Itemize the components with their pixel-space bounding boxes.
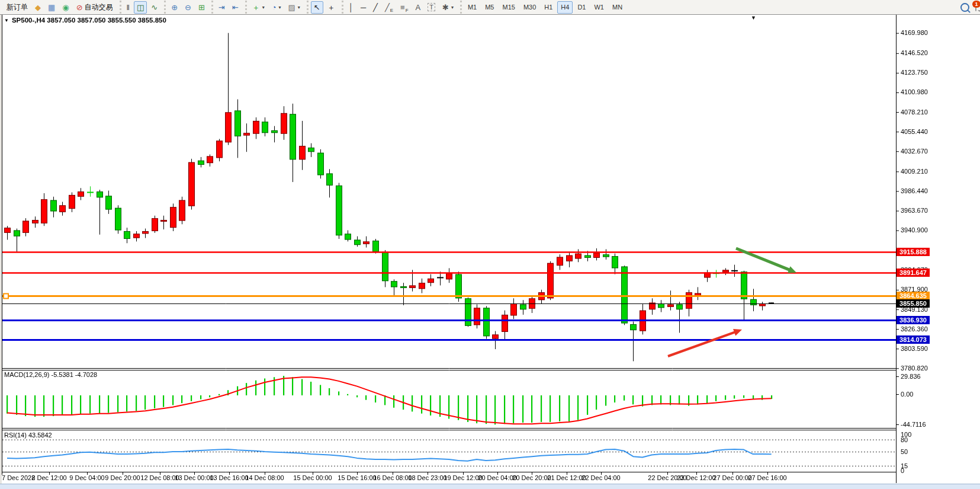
zoom-in-button[interactable]: ⊕ — [168, 1, 181, 14]
market-watch-button[interactable]: ◆ — [32, 1, 44, 14]
new-order-button-label: 新订单 — [7, 2, 28, 12]
main-toolbar: 新订单◆▦◉⊘自动交易‖◫∿⊕⊖⊞⇥⇤＋▾◔▾▨▾↖＋│─╱╱E≡FAT✱▾M1… — [0, 0, 980, 15]
crosshair-button[interactable]: ＋ — [324, 1, 338, 14]
periods-button[interactable]: ◔▾ — [269, 1, 284, 14]
timeframe-m1[interactable]: M1 — [464, 1, 480, 14]
bar-chart-button[interactable]: ‖ — [124, 1, 133, 14]
tile-windows-icon: ⊞ — [198, 4, 205, 11]
cursor-button[interactable]: ↖ — [311, 1, 323, 14]
data-window-icon: ▦ — [48, 4, 55, 11]
chart-shift-button[interactable]: ⇤ — [229, 1, 242, 14]
chat-badge: 1 — [972, 1, 980, 8]
bar-chart-icon: ‖ — [127, 4, 130, 11]
text-label-button[interactable]: T — [425, 1, 438, 14]
tile-windows-button[interactable]: ⊞ — [195, 1, 208, 14]
tool-letter-label: E — [390, 8, 393, 13]
periods-icon: ◔ — [272, 4, 277, 11]
market-watch-icon: ◆ — [35, 4, 41, 11]
toolbar-right: 1 — [960, 0, 976, 14]
auto-scroll-icon: ⇥ — [219, 4, 225, 11]
trading-app-window: 新订单◆▦◉⊘自动交易‖◫∿⊕⊖⊞⇥⇤＋▾◔▾▨▾↖＋│─╱╱E≡FAT✱▾M1… — [0, 0, 980, 489]
zoom-out-button[interactable]: ⊖ — [182, 1, 194, 14]
indicators-button[interactable]: ＋▾ — [249, 1, 268, 14]
navigator-icon: ◉ — [62, 4, 69, 11]
trendline-button[interactable]: ╱ — [370, 1, 381, 14]
dropdown-caret-icon: ▾ — [451, 5, 454, 10]
tool-letter-label: F — [406, 8, 409, 13]
templates-button[interactable]: ▨▾ — [285, 1, 303, 14]
navigator-button[interactable]: ◉ — [59, 1, 72, 14]
toolbar-group: ⇥⇤ — [211, 1, 244, 14]
window-left-edge — [0, 14, 2, 484]
data-window-button[interactable]: ▦ — [45, 1, 58, 14]
crosshair-icon: ＋ — [327, 4, 335, 11]
autotrade-button[interactable]: ⊘自动交易 — [73, 1, 116, 14]
dropdown-caret-icon: ▾ — [262, 5, 265, 10]
timeframe-mn[interactable]: MN — [609, 1, 626, 14]
timeframe-m30[interactable]: M30 — [520, 1, 539, 14]
new-order-button[interactable]: 新订单 — [4, 1, 31, 14]
toolbar-group: 新订单◆▦◉⊘自动交易 — [1, 1, 118, 14]
timeframe-h4[interactable]: H4 — [557, 1, 573, 14]
autotrade-button-label: 自动交易 — [85, 2, 113, 12]
window-bottom-strip — [0, 484, 980, 489]
search-icon[interactable] — [960, 3, 969, 12]
text-icon: A — [416, 4, 421, 11]
toolbar-group: ‖◫∿ — [120, 1, 163, 14]
candlestick-chart-button[interactable]: ◫ — [134, 1, 147, 14]
toolbar-group: │─╱╱E≡FAT✱▾ — [342, 1, 459, 14]
chat-button[interactable]: 1 — [975, 4, 976, 11]
timeframe-d1[interactable]: D1 — [574, 1, 589, 14]
autotrade-icon: ⊘ — [76, 4, 83, 11]
text-button[interactable]: A — [413, 1, 424, 14]
zoom-out-icon: ⊖ — [185, 4, 191, 11]
toolbar-group: ⊕⊖⊞ — [164, 1, 210, 14]
cursor-icon: ↖ — [314, 4, 320, 11]
chart-shift-icon: ⇤ — [232, 4, 239, 11]
candlestick-chart-icon: ◫ — [137, 4, 144, 11]
horizontal-line-icon: ─ — [361, 4, 366, 11]
trendline-icon: ╱ — [373, 4, 378, 11]
fibonacci-icon: ≡ — [400, 4, 405, 11]
line-chart-button[interactable]: ∿ — [148, 1, 160, 14]
horizontal-line-button[interactable]: ─ — [358, 1, 369, 14]
dropdown-caret-icon: ▾ — [279, 5, 281, 10]
dropdown-caret-icon: ▾ — [298, 5, 300, 10]
toolbar-group: ＋▾◔▾▨▾ — [245, 1, 306, 14]
timeframe-w1[interactable]: W1 — [590, 1, 608, 14]
chart-canvas[interactable] — [0, 0, 980, 489]
timeframe-m5[interactable]: M5 — [481, 1, 497, 14]
toolbar-group: ↖＋ — [307, 1, 340, 14]
timeframe-h1[interactable]: H1 — [541, 1, 556, 14]
arrows-button[interactable]: ✱▾ — [439, 1, 457, 14]
equidistant-channel-button[interactable]: ╱E — [382, 1, 396, 14]
timeframe-m15[interactable]: M15 — [499, 1, 518, 14]
fibonacci-button[interactable]: ≡F — [397, 1, 411, 14]
text-label-icon: T — [428, 3, 435, 11]
indicators-icon: ＋ — [252, 4, 260, 11]
vertical-line-button[interactable]: │ — [346, 1, 356, 14]
auto-scroll-button[interactable]: ⇥ — [216, 1, 228, 14]
line-chart-icon: ∿ — [151, 4, 158, 11]
vertical-line-icon: │ — [349, 4, 354, 11]
zoom-in-icon: ⊕ — [171, 4, 178, 11]
templates-icon: ▨ — [288, 4, 295, 11]
arrows-icon: ✱ — [442, 4, 449, 11]
timeframe-group: M1M5M15M30H1H4D1W1MN — [460, 1, 628, 14]
equidistant-channel-icon: ╱ — [385, 4, 390, 11]
